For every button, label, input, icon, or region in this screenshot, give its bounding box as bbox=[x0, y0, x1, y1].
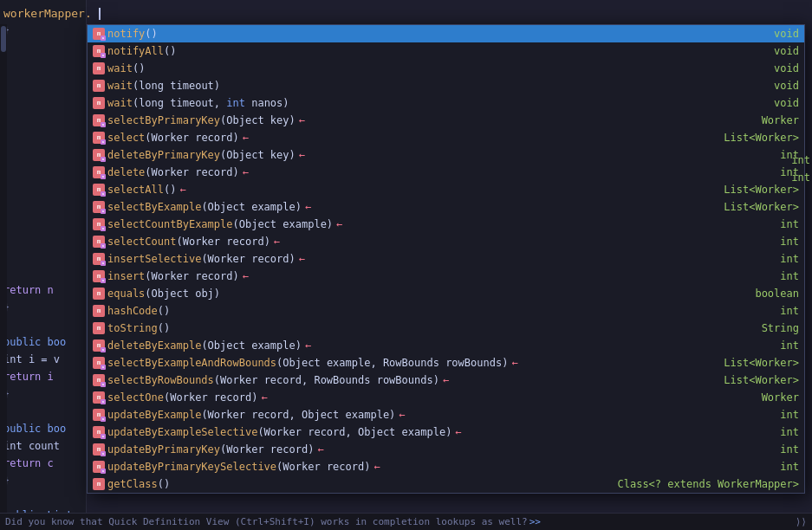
item-label: delete(Worker record)← bbox=[107, 166, 669, 178]
autocomplete-item[interactable]: m getClass() Class<? extends WorkerMappe… bbox=[88, 475, 804, 493]
method-icon: ma bbox=[93, 461, 105, 473]
method-icon: ma bbox=[93, 443, 105, 456]
item-return: int bbox=[669, 236, 799, 248]
scrollbar[interactable] bbox=[0, 24, 7, 520]
autocomplete-item[interactable]: m hashCode() int bbox=[88, 302, 804, 320]
item-label: deleteByPrimaryKey(Object key)← bbox=[107, 149, 669, 161]
autocomplete-dropdown: ma notify() void ma notifyAll() void m w… bbox=[87, 24, 805, 494]
autocomplete-item[interactable]: ma selectByExampleAndRowBounds(Object ex… bbox=[88, 354, 804, 372]
autocomplete-item[interactable]: m wait(long timeout) void bbox=[88, 77, 804, 94]
item-return: int bbox=[669, 443, 799, 456]
item-label: selectByPrimaryKey(Object key)← bbox=[107, 114, 669, 126]
method-icon: ma bbox=[93, 201, 105, 213]
item-return: void bbox=[669, 62, 799, 74]
item-label: toString() bbox=[107, 322, 669, 334]
item-label: updateByExample(Worker record, Object ex… bbox=[107, 409, 669, 421]
autocomplete-item[interactable]: ma updateByPrimaryKeySelective(Worker re… bbox=[88, 458, 804, 475]
item-label: selectOne(Worker record)← bbox=[107, 391, 669, 404]
item-return: int bbox=[669, 218, 799, 230]
item-label: notifyAll() bbox=[107, 45, 669, 57]
item-return: List<Worker> bbox=[669, 201, 799, 213]
autocomplete-item[interactable]: ma insertSelective(Worker record)← int bbox=[88, 250, 804, 268]
item-return: List<Worker> bbox=[669, 184, 799, 196]
item-return: void bbox=[669, 45, 799, 57]
item-return: int bbox=[669, 339, 799, 352]
method-icon: m bbox=[93, 305, 105, 317]
autocomplete-item[interactable]: ma notifyAll() void bbox=[88, 42, 804, 60]
autocomplete-item[interactable]: m equals(Object obj) boolean bbox=[88, 285, 804, 302]
autocomplete-item[interactable]: ma selectByExample(Object example)← List… bbox=[88, 198, 804, 216]
autocomplete-item[interactable]: ma selectByRowBounds(Worker record, RowB… bbox=[88, 372, 804, 389]
autocomplete-item[interactable]: m wait() void bbox=[88, 60, 804, 77]
autocomplete-item[interactable]: ma selectOne(Worker record)← Worker bbox=[88, 389, 804, 406]
item-return: int bbox=[669, 426, 799, 438]
method-icon: ma bbox=[93, 357, 105, 369]
item-return: int bbox=[669, 253, 799, 265]
method-icon: ma bbox=[93, 236, 105, 248]
right-edge-int-1: int bbox=[791, 154, 810, 166]
status-shortcut: >> bbox=[529, 516, 541, 527]
item-return: void bbox=[669, 80, 799, 92]
item-return: List<Worker> bbox=[669, 132, 799, 144]
method-icon: ma bbox=[93, 374, 105, 386]
item-return: boolean bbox=[669, 288, 799, 300]
item-label: getClass() bbox=[107, 478, 617, 490]
method-icon: ma bbox=[93, 253, 105, 265]
item-label: updateByPrimaryKeySelective(Worker recor… bbox=[107, 461, 669, 473]
item-return: List<Worker> bbox=[669, 357, 799, 369]
autocomplete-item[interactable]: ma deleteByExample(Object example)← int bbox=[88, 337, 804, 354]
item-return: void bbox=[669, 97, 799, 109]
worker-mapper-text: workerMapper. bbox=[3, 7, 92, 20]
item-label: wait() bbox=[107, 62, 669, 74]
method-icon: ma bbox=[93, 339, 105, 352]
autocomplete-item[interactable]: ma insert(Worker record)← int bbox=[88, 268, 804, 285]
status-arrows: ⟩⟩ bbox=[796, 516, 807, 527]
item-return: Worker bbox=[669, 114, 799, 126]
autocomplete-item[interactable]: ma updateByExampleSelective(Worker recor… bbox=[88, 423, 804, 441]
item-label: deleteByExample(Object example)← bbox=[107, 339, 669, 352]
item-return: int bbox=[669, 305, 799, 317]
autocomplete-item[interactable]: m toString() String bbox=[88, 320, 804, 337]
item-return: String bbox=[669, 322, 799, 334]
method-icon: m bbox=[93, 478, 105, 490]
item-label: updateByExampleSelective(Worker record, … bbox=[107, 426, 669, 438]
autocomplete-item[interactable]: ma selectAll()← List<Worker> bbox=[88, 181, 804, 198]
method-icon: m bbox=[93, 288, 105, 300]
scrollbar-thumb[interactable] bbox=[1, 26, 6, 52]
method-icon: ma bbox=[93, 409, 105, 421]
item-label: notify() bbox=[107, 28, 669, 40]
item-label: selectAll()← bbox=[107, 184, 669, 196]
item-label: hashCode() bbox=[107, 305, 669, 317]
item-return: int bbox=[669, 166, 799, 178]
autocomplete-item[interactable]: ma select(Worker record)← List<Worker> bbox=[88, 129, 804, 146]
item-label: selectCountByExample(Object example)← bbox=[107, 218, 669, 230]
autocomplete-item[interactable]: ma selectCount(Worker record)← int bbox=[88, 233, 804, 250]
autocomplete-item[interactable]: m wait(long timeout, int nanos) void bbox=[88, 94, 804, 112]
item-label: updateByPrimaryKey(Worker record)← bbox=[107, 443, 669, 456]
editor-top-line: workerMapper. bbox=[3, 7, 101, 20]
method-icon: ma bbox=[93, 28, 105, 40]
autocomplete-item[interactable]: ma delete(Worker record)← int bbox=[88, 164, 804, 181]
autocomplete-item[interactable]: ma updateByExample(Worker record, Object… bbox=[88, 406, 804, 423]
autocomplete-item[interactable]: ma notify() void bbox=[88, 25, 804, 42]
item-label: selectByExample(Object example)← bbox=[107, 201, 669, 213]
autocomplete-item[interactable]: ma selectByPrimaryKey(Object key)← Worke… bbox=[88, 112, 804, 129]
method-icon: m bbox=[93, 322, 105, 334]
method-icon: ma bbox=[93, 426, 105, 438]
autocomplete-item[interactable]: ma selectCountByExample(Object example)←… bbox=[88, 216, 804, 233]
item-label: insertSelective(Worker record)← bbox=[107, 253, 669, 265]
item-label: selectByRowBounds(Worker record, RowBoun… bbox=[107, 374, 669, 386]
autocomplete-item[interactable]: ma updateByPrimaryKey(Worker record)← in… bbox=[88, 441, 804, 458]
item-return: int bbox=[669, 409, 799, 421]
method-icon: ma bbox=[93, 45, 105, 57]
item-label: select(Worker record)← bbox=[107, 132, 669, 144]
autocomplete-item[interactable]: ma deleteByPrimaryKey(Object key)← int bbox=[88, 146, 804, 164]
item-return: int bbox=[669, 149, 799, 161]
method-icon: ma bbox=[93, 218, 105, 230]
item-label: wait(long timeout) bbox=[107, 80, 669, 92]
method-icon: m bbox=[93, 80, 105, 92]
right-edge-int-2: int bbox=[791, 171, 810, 184]
method-icon: ma bbox=[93, 166, 105, 178]
item-return: void bbox=[669, 28, 799, 40]
item-label: insert(Worker record)← bbox=[107, 270, 669, 282]
